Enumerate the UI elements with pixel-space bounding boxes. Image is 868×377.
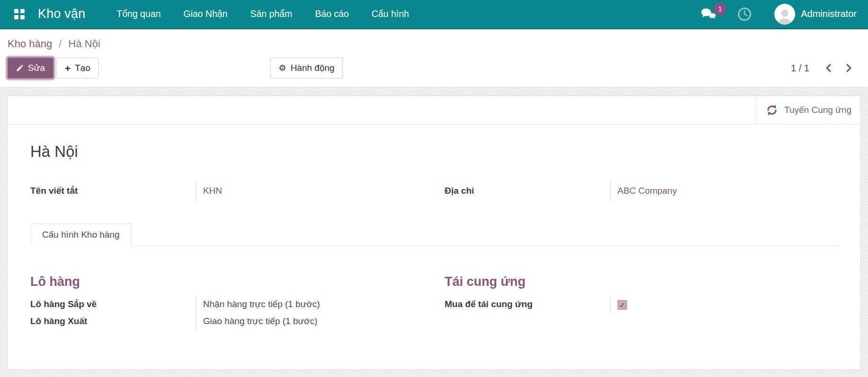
action-menu-button[interactable]: ⚙ Hành động [270,58,343,78]
buy-to-resupply-checkbox[interactable]: ✓ [617,300,627,310]
address-label: Địa chỉ [445,180,610,201]
breadcrumb-current: Hà Nội [69,38,100,50]
user-menu[interactable]: Administrator [774,4,857,25]
record-title: Hà Nội [30,143,839,161]
address-partner-link[interactable]: ABC Company [617,186,677,196]
tab-content: Lô hàng Lô hàng Sắp về Nhận hàng trực ti… [30,246,839,330]
pager-next-button[interactable] [841,60,858,76]
menu-products[interactable]: Sản phẩm [249,6,293,22]
action-button-label: Hành động [290,63,334,73]
form-sheet: Tuyến Cung ứng Hà Nội Tên viết tắt KHN Đ… [7,95,861,370]
gear-icon: ⚙ [279,64,286,72]
control-panel: Kho hàng / Hà Nội Sửa + Tạo ⚙ Hành động … [0,29,868,87]
breadcrumb-separator: / [59,38,61,50]
short-name-label: Tên viết tắt [30,180,196,201]
field-outgoing-shipments: Lô hàng Xuất Giao hàng trực tiếp (1 bước… [30,313,425,330]
tab-warehouse-configuration[interactable]: Cấu hình Kho hàng [30,223,132,246]
pager: 1 / 1 [791,60,858,76]
breadcrumb-parent[interactable]: Kho hàng [8,38,52,50]
edit-button[interactable]: Sửa [8,58,53,78]
top-navbar: Kho vận Tổng quan Giao Nhận Sản phẩm Báo… [0,0,868,29]
field-short-name: Tên viết tắt KHN [30,180,425,201]
control-panel-buttons: Sửa + Tạo ⚙ Hành động 1 / 1 [0,57,868,79]
plus-icon: + [65,63,70,73]
app-brand[interactable]: Kho vận [38,7,85,21]
sheet-content: Hà Nội Tên viết tắt KHN Địa chỉ ABC Comp… [8,125,860,330]
pager-previous-button[interactable] [820,60,837,76]
shipments-heading: Lô hàng [30,274,425,289]
resupply-group: Tái cung ứng Mua để tái cung ứng ✓ [445,274,839,330]
message-count-badge: 1 [714,3,726,15]
navbar-systray: 1 Administrator [701,4,857,25]
incoming-shipments-value: Nhận hàng trực tiếp (1 bước) [196,296,425,313]
field-incoming-shipments: Lô hàng Sắp về Nhận hàng trực tiếp (1 bư… [30,296,425,313]
config-groups: Lô hàng Lô hàng Sắp về Nhận hàng trực ti… [30,274,839,330]
address-value-cell: ABC Company [610,180,839,201]
menu-reports[interactable]: Báo cáo [314,6,350,22]
menu-settings[interactable]: Cấu hình [370,6,410,22]
outgoing-shipments-label: Lô hàng Xuất [30,313,196,330]
supply-routes-label: Tuyến Cung ứng [784,105,851,115]
resupply-heading: Tái cung ứng [445,274,839,289]
user-name: Administrator [801,9,857,19]
supply-routes-button[interactable]: Tuyến Cung ứng [756,96,860,124]
chevron-left-icon [824,63,832,73]
avatar [774,4,795,25]
notebook-tabs: Cấu hình Kho hàng [30,223,839,246]
edit-button-label: Sửa [28,63,45,73]
shipments-group: Lô hàng Lô hàng Sắp về Nhận hàng trực ti… [30,274,425,330]
refresh-icon [766,104,778,116]
main-menu: Tổng quan Giao Nhận Sản phẩm Báo cáo Cấu… [115,6,410,22]
activities-button[interactable] [737,7,752,21]
breadcrumb: Kho hàng / Hà Nội [0,37,868,57]
create-button[interactable]: + Tạo [56,58,99,78]
chevron-right-icon [845,63,853,73]
short-name-value: KHN [196,180,425,201]
pager-value[interactable]: 1 / 1 [791,63,809,74]
outgoing-shipments-value: Giao hàng trực tiếp (1 bước) [196,313,425,330]
top-field-group: Tên viết tắt KHN Địa chỉ ABC Company [30,180,839,201]
messages-button[interactable]: 1 [701,8,717,21]
grid-icon [14,9,25,19]
field-buy-to-resupply: Mua để tái cung ứng ✓ [445,296,839,313]
person-icon [777,8,793,25]
menu-transfers[interactable]: Giao Nhận [183,6,228,22]
pencil-icon [16,64,24,72]
menu-overview[interactable]: Tổng quan [115,6,161,22]
notebook: Cấu hình Kho hàng Lô hàng Lô hàng Sắp về… [30,223,839,330]
field-address: Địa chỉ ABC Company [445,180,839,201]
create-button-label: Tạo [75,63,90,73]
buy-to-resupply-value-cell: ✓ [610,296,839,313]
buy-to-resupply-label: Mua để tái cung ứng [445,296,610,313]
apps-menu-icon[interactable] [11,6,27,22]
smart-button-box: Tuyến Cung ứng [8,96,860,125]
incoming-shipments-label: Lô hàng Sắp về [30,296,196,313]
clock-icon [737,7,752,21]
check-icon: ✓ [619,301,625,308]
